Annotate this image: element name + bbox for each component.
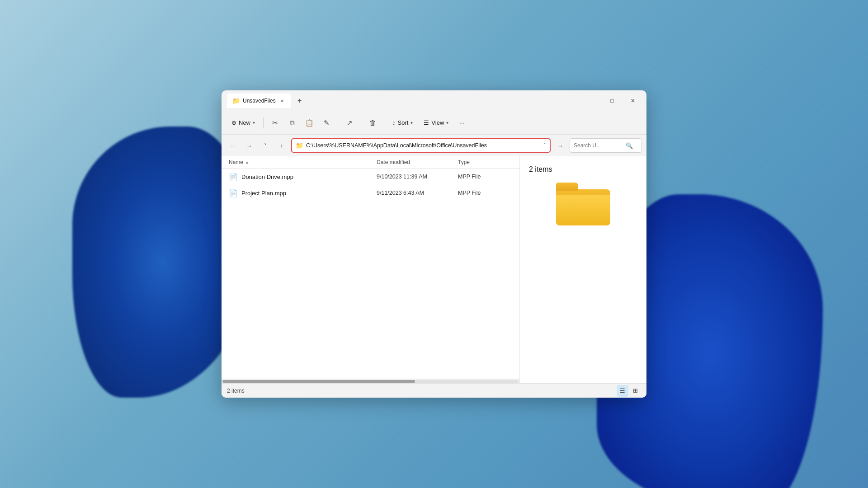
share-icon: ↗ — [347, 119, 353, 127]
back-button[interactable]: ← — [226, 139, 240, 152]
forward-button[interactable]: → — [242, 139, 256, 152]
folder-shape — [556, 183, 610, 225]
file-name-cell: 📄 Project Plan.mpp — [229, 189, 377, 197]
file-explorer-window: 📁 UnsavedFiles ✕ + — □ ✕ ⊕ New ▾ ✂ — [222, 90, 646, 398]
grid-view-icon: ⊞ — [633, 387, 638, 394]
sort-button[interactable]: ↕ Sort ▾ — [388, 115, 417, 131]
window-controls: — □ ✕ — [581, 94, 643, 108]
file-type: MPP File — [458, 174, 512, 180]
maximize-icon: □ — [610, 98, 613, 104]
file-name: Project Plan.mpp — [241, 190, 286, 197]
cut-button[interactable]: ✂ — [267, 115, 283, 131]
column-header-date[interactable]: Date modified — [377, 159, 458, 165]
minimize-button[interactable]: — — [581, 94, 601, 108]
new-button[interactable]: ⊕ New ▾ — [227, 115, 259, 131]
view-label: View — [431, 119, 444, 126]
more-icon: ··· — [459, 119, 464, 126]
address-go-button[interactable]: → — [553, 139, 567, 152]
file-row[interactable]: 📄 Project Plan.mpp 9/11/2023 6:43 AM MPP… — [222, 185, 519, 201]
column-header-type[interactable]: Type — [458, 159, 512, 165]
toolbar-separator-1 — [263, 117, 264, 128]
share-button[interactable]: ↗ — [342, 115, 357, 131]
address-bar-area: ← → ˅ ↑ 📁 ˅ → 🔍 — [222, 135, 646, 156]
paste-icon: 📋 — [305, 119, 314, 127]
close-icon: ✕ — [631, 98, 635, 104]
toolbar: ⊕ New ▾ ✂ ⧉ 📋 ✎ ↗ 🗑 ↕ Sort ▾ — [222, 111, 646, 135]
address-chevron-icon[interactable]: ˅ — [543, 142, 546, 149]
preview-panel: 2 items — [520, 156, 646, 383]
cut-icon: ✂ — [272, 119, 278, 127]
search-bar[interactable]: 🔍 — [570, 138, 642, 153]
address-folder-icon: 📁 — [296, 142, 303, 149]
minimize-icon: — — [589, 98, 594, 104]
sort-label: Sort — [398, 119, 409, 126]
column-headers: Name ▲ Date modified Type — [222, 156, 519, 169]
maximize-button[interactable]: □ — [602, 94, 622, 108]
list-view-button[interactable]: ☰ — [617, 385, 628, 397]
close-button[interactable]: ✕ — [623, 94, 643, 108]
up-button[interactable]: ↑ — [275, 139, 288, 152]
tab-folder-icon: 📁 — [232, 97, 240, 104]
new-label: New — [239, 119, 250, 126]
scrollbar-track — [222, 380, 519, 383]
tab-label: UnsavedFiles — [243, 98, 276, 104]
column-header-name[interactable]: Name ▲ — [229, 159, 377, 165]
view-chevron-icon: ▾ — [446, 120, 448, 125]
title-bar: 📁 UnsavedFiles ✕ + — □ ✕ — [222, 90, 646, 111]
dropdown-icon: ˅ — [264, 142, 267, 149]
sort-chevron-icon: ▾ — [410, 120, 413, 125]
toolbar-separator-3 — [361, 117, 361, 128]
content-area: Name ▲ Date modified Type 📄 Donation Dri… — [222, 156, 646, 383]
recent-locations-button[interactable]: ˅ — [259, 139, 272, 152]
folder-tab — [556, 183, 578, 191]
file-rows: 📄 Donation Drive.mpp 9/10/2023 11:39 AM … — [222, 169, 519, 379]
rename-button[interactable]: ✎ — [319, 115, 334, 131]
status-bar: 2 items ☰ ⊞ — [222, 383, 646, 398]
status-item-count: 2 items — [227, 388, 245, 394]
preview-folder-icon — [556, 183, 610, 228]
view-icon: ☰ — [424, 119, 429, 126]
address-bar[interactable]: 📁 ˅ — [291, 138, 551, 153]
search-input[interactable] — [574, 142, 623, 149]
new-tab-button[interactable]: + — [293, 94, 307, 108]
view-toggle: ☰ ⊞ — [617, 385, 641, 397]
file-icon: 📄 — [229, 189, 238, 197]
sort-arrow-up-icon: ▲ — [245, 160, 249, 164]
toolbar-separator-4 — [384, 117, 384, 128]
back-icon: ← — [230, 142, 236, 149]
search-icon: 🔍 — [626, 142, 633, 149]
title-bar-left: 📁 UnsavedFiles ✕ + — [227, 94, 581, 108]
new-chevron-icon: ▾ — [253, 120, 255, 125]
view-button[interactable]: ☰ View ▾ — [419, 115, 453, 131]
delete-icon: 🗑 — [369, 119, 376, 127]
horizontal-scrollbar[interactable] — [222, 379, 519, 383]
forward-icon: → — [246, 142, 252, 149]
address-input[interactable] — [306, 142, 541, 149]
new-plus-icon: ⊕ — [231, 119, 236, 126]
rename-icon: ✎ — [324, 119, 330, 127]
preview-item-count: 2 items — [529, 165, 552, 174]
file-list-panel: Name ▲ Date modified Type 📄 Donation Dri… — [222, 156, 520, 383]
grid-view-button[interactable]: ⊞ — [629, 385, 641, 397]
file-icon: 📄 — [229, 173, 238, 181]
file-date: 9/10/2023 11:39 AM — [377, 174, 458, 180]
sort-icon: ↕ — [392, 119, 396, 126]
file-row[interactable]: 📄 Donation Drive.mpp 9/10/2023 11:39 AM … — [222, 169, 519, 185]
file-name: Donation Drive.mpp — [241, 174, 293, 180]
file-date: 9/11/2023 6:43 AM — [377, 190, 458, 196]
folder-front — [556, 195, 610, 225]
up-icon: ↑ — [280, 142, 283, 149]
copy-icon: ⧉ — [290, 119, 295, 127]
active-tab[interactable]: 📁 UnsavedFiles ✕ — [227, 94, 291, 108]
go-icon: → — [557, 142, 563, 149]
tab-close-button[interactable]: ✕ — [278, 97, 286, 104]
paste-button[interactable]: 📋 — [302, 115, 317, 131]
delete-button[interactable]: 🗑 — [365, 115, 380, 131]
toolbar-separator-2 — [338, 117, 338, 128]
file-type: MPP File — [458, 190, 512, 196]
more-button[interactable]: ··· — [455, 115, 469, 131]
scrollbar-thumb[interactable] — [222, 380, 415, 383]
copy-button[interactable]: ⧉ — [284, 115, 300, 131]
list-view-icon: ☰ — [620, 387, 625, 394]
file-name-cell: 📄 Donation Drive.mpp — [229, 173, 377, 181]
